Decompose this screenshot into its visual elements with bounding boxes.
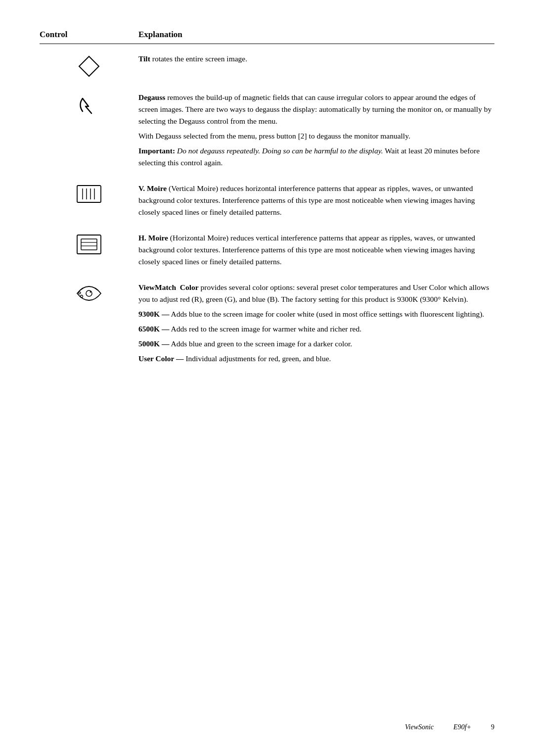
footer-model: E90f+: [453, 723, 471, 731]
viewmatch-text: ViewMatch Color provides several color o…: [138, 282, 494, 365]
hmoire-text: H. Moire (Horizontal Moire) reduces vert…: [138, 232, 494, 268]
svg-point-13: [79, 292, 81, 294]
page-footer: ViewSonic E90f+ 9: [40, 723, 494, 731]
table-row: ViewMatch Color provides several color o…: [40, 282, 494, 365]
viewmatch-color-icon: [76, 284, 102, 303]
svg-rect-1: [77, 186, 101, 202]
svg-rect-7: [81, 239, 97, 250]
tilt-icon-cell: [40, 53, 138, 78]
table-row: Tilt rotates the entire screen image.: [40, 53, 494, 78]
viewmatch-icon-cell: [40, 282, 138, 303]
explanation-column-header: Explanation: [138, 30, 182, 40]
table-header: Control Explanation: [40, 30, 494, 44]
footer-page-number: 9: [491, 723, 494, 731]
table-row: Degauss removes the build-up of magnetic…: [40, 92, 494, 169]
hmoire-icon-cell: [40, 232, 138, 255]
table-row: V. Moire (Vertical Moire) reduces horizo…: [40, 183, 494, 218]
svg-marker-0: [79, 56, 99, 76]
svg-point-12: [81, 295, 83, 298]
vmoire-icon-cell: [40, 183, 138, 203]
svg-rect-6: [77, 235, 101, 254]
svg-point-10: [86, 290, 92, 296]
vmoire-text: V. Moire (Vertical Moire) reduces horizo…: [138, 183, 494, 218]
page: Control Explanation Tilt rotates the ent…: [0, 0, 534, 756]
control-column-header: Control: [40, 30, 138, 40]
degauss-icon-cell: [40, 92, 138, 116]
tilt-icon: [78, 55, 100, 78]
footer-brand: ViewSonic: [405, 723, 434, 731]
degauss-icon: [78, 94, 100, 116]
vmoire-icon: [76, 185, 102, 203]
svg-point-11: [90, 291, 91, 293]
hmoire-icon: [76, 234, 102, 255]
tilt-text: Tilt rotates the entire screen image.: [138, 53, 494, 65]
table-row: H. Moire (Horizontal Moire) reduces vert…: [40, 232, 494, 268]
degauss-text: Degauss removes the build-up of magnetic…: [138, 92, 494, 169]
